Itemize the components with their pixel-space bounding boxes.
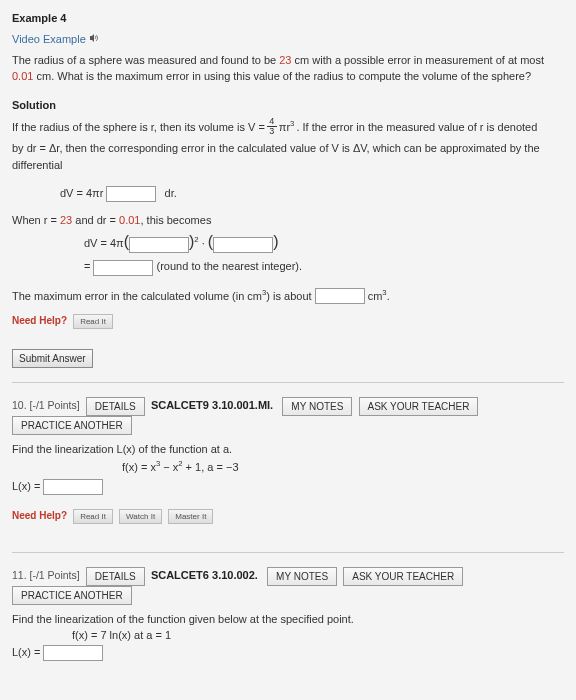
- q10-Lx-label: L(x) =: [12, 480, 43, 492]
- q10-points: 10. [-/1 Points]: [12, 400, 80, 412]
- dv-factor-input[interactable]: [213, 237, 273, 253]
- q11-ref: SCALCET6 3.10.002.: [151, 569, 258, 581]
- q11-details-button[interactable]: DETAILS: [86, 567, 145, 586]
- q11-fx: f(x) = 7 ln(x) at a = 1: [72, 629, 564, 641]
- q10-need-help: Need Help?: [12, 510, 67, 521]
- speaker-icon: [89, 31, 99, 48]
- dv-exponent-input[interactable]: [106, 186, 156, 202]
- q10-read-it-button[interactable]: Read It: [73, 509, 113, 524]
- dv-equation-1: dV = 4πr dr.: [60, 185, 564, 202]
- q11-points: 11. [-/1 Points]: [12, 569, 80, 581]
- dv-equation-2: dV = 4π()2 · () = (round to the nearest …: [84, 230, 564, 275]
- q10-fx: f(x) = x3 − x2 + 1, a = −3: [122, 459, 564, 473]
- need-help-label: Need Help?: [12, 315, 67, 326]
- q10-stem: Find the linearization L(x) of the funct…: [12, 443, 564, 455]
- max-error-line: The maximum error in the calculated volu…: [12, 288, 564, 305]
- q10-ask-button[interactable]: ASK YOUR TEACHER: [359, 397, 479, 416]
- q11-Lx-label: L(x) =: [12, 646, 43, 658]
- q11-practice-button[interactable]: PRACTICE ANOTHER: [12, 586, 132, 605]
- q10-ref: SCALCET9 3.10.001.MI.: [151, 400, 273, 412]
- dv-base-input[interactable]: [129, 237, 189, 253]
- q10-details-button[interactable]: DETAILS: [86, 397, 145, 416]
- solution-heading: Solution: [12, 97, 564, 114]
- q10-mynotes-button[interactable]: MY NOTES: [282, 397, 352, 416]
- solution-line-2: by dr = Δr, then the corresponding error…: [12, 140, 564, 173]
- q11-mynotes-button[interactable]: MY NOTES: [267, 567, 337, 586]
- submit-answer-button[interactable]: Submit Answer: [12, 349, 93, 368]
- q10-watch-it-button[interactable]: Watch It: [119, 509, 162, 524]
- q11-stem: Find the linearization of the function g…: [12, 613, 564, 625]
- solution-line-1: If the radius of the sphere is r, then i…: [12, 117, 564, 136]
- q10-practice-button[interactable]: PRACTICE ANOTHER: [12, 416, 132, 435]
- problem-text: The radius of a sphere was measured and …: [12, 52, 564, 85]
- example-heading: Example 4: [12, 10, 564, 27]
- q10-Lx-input[interactable]: [43, 479, 103, 495]
- q10-master-it-button[interactable]: Master It: [168, 509, 213, 524]
- q11-ask-button[interactable]: ASK YOUR TEACHER: [343, 567, 463, 586]
- read-it-button[interactable]: Read It: [73, 314, 113, 329]
- dv-result-input[interactable]: [93, 260, 153, 276]
- when-line: When r = 23 and dr = 0.01, this becomes: [12, 214, 564, 226]
- q11-Lx-input[interactable]: [43, 645, 103, 661]
- max-error-input[interactable]: [315, 288, 365, 304]
- video-example-link[interactable]: Video Example: [12, 33, 86, 45]
